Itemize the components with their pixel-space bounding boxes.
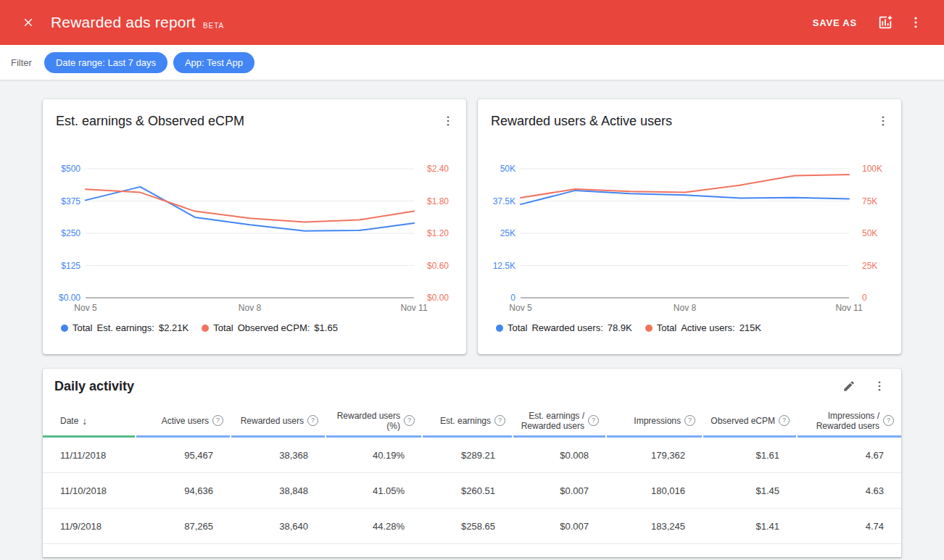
help-icon[interactable]: ? xyxy=(404,415,415,426)
left-axis-tick: 37.5K xyxy=(493,196,516,206)
app-bar: Rewarded ads report BETA SAVE AS xyxy=(0,0,944,45)
legend-item[interactable]: TotalActive users:215K xyxy=(645,322,761,333)
column-header[interactable]: Observed eCPM? xyxy=(703,404,797,438)
earnings-ecpm-chart: $500$2.40$375$1.80$250$1.20$125$0.60$0.0… xyxy=(43,143,466,319)
daily-activity-table: Date↓Active users?Rewarded users?Rewarde… xyxy=(43,404,901,557)
chart-title: Rewarded users & Active users xyxy=(491,114,874,129)
value-cell: $0.007 xyxy=(513,473,606,509)
column-label: Impressions xyxy=(634,416,681,426)
save-as-button[interactable]: SAVE AS xyxy=(813,17,857,28)
page-title: Rewarded ads report xyxy=(51,14,196,31)
filter-bar: Filter Date range: Last 7 daysApp: Test … xyxy=(0,45,944,80)
legend-item[interactable]: TotalEst. earnings:$2.21K xyxy=(61,322,189,333)
legend-dot-icon xyxy=(61,325,68,332)
help-icon[interactable]: ? xyxy=(588,415,599,426)
series-line-left xyxy=(86,187,414,231)
charts-row: Est. earnings & Observed eCPM $500$2.40$… xyxy=(43,99,901,354)
column-header[interactable]: Est. earnings / Rewarded users? xyxy=(513,404,606,438)
table-row: 11/9/201887,26538,64044.28%$258.65$0.007… xyxy=(43,509,901,544)
main-content: Est. earnings & Observed eCPM $500$2.40$… xyxy=(0,80,944,557)
value-cell: $1.61 xyxy=(703,438,797,473)
left-axis-tick: $0.00 xyxy=(59,293,80,303)
x-axis-tick: Nov 8 xyxy=(239,303,262,313)
filter-label: Filter xyxy=(11,57,32,68)
value-cell: 87,265 xyxy=(136,509,231,544)
card-menu-icon[interactable] xyxy=(870,377,889,396)
value-cell: 38,640 xyxy=(231,509,326,544)
right-axis-tick: $1.20 xyxy=(427,228,449,238)
column-header[interactable]: Impressions / Rewarded users? xyxy=(797,404,901,438)
legend-value: 78.9K xyxy=(608,322,632,333)
earnings-ecpm-card: Est. earnings & Observed eCPM $500$2.40$… xyxy=(43,99,466,354)
help-icon[interactable]: ? xyxy=(883,415,894,426)
legend-dot-icon xyxy=(645,325,653,332)
right-axis-tick: 25K xyxy=(862,261,877,271)
close-icon[interactable] xyxy=(19,13,38,32)
chart-canvas: $500$2.40$375$1.80$250$1.20$125$0.60$0.0… xyxy=(43,143,466,319)
column-header[interactable]: Impressions? xyxy=(606,404,703,438)
value-cell: 95,467 xyxy=(136,438,231,473)
add-chart-icon[interactable] xyxy=(876,13,895,32)
daily-activity-title: Daily activity xyxy=(54,379,828,394)
card-header: Est. earnings & Observed eCPM xyxy=(43,99,466,143)
table-row: 11/11/201895,46738,36840.19%$289.21$0.00… xyxy=(43,438,901,473)
filter-chip[interactable]: App: Test App xyxy=(173,52,254,73)
help-icon[interactable]: ? xyxy=(494,415,505,426)
legend-value: 215K xyxy=(740,322,761,333)
column-header[interactable]: Date↓ xyxy=(43,404,136,438)
legend-item[interactable]: TotalRewarded users:78.9K xyxy=(496,322,632,333)
column-label: Rewarded users (%) xyxy=(331,411,400,431)
column-header[interactable]: Est. earnings? xyxy=(422,404,513,438)
left-axis-tick: $250 xyxy=(61,228,80,238)
column-header[interactable]: Rewarded users? xyxy=(231,404,326,438)
legend-value: $2.21K xyxy=(159,322,189,333)
value-cell: 38,848 xyxy=(231,473,326,509)
help-icon[interactable]: ? xyxy=(307,415,318,426)
column-label: Est. earnings xyxy=(440,416,491,426)
card-menu-icon[interactable] xyxy=(874,112,893,130)
right-axis-tick: $0.60 xyxy=(427,261,449,271)
series-line-right xyxy=(86,189,414,222)
x-axis-tick: Nov 11 xyxy=(400,303,427,313)
legend-item[interactable]: TotalObserved eCPM:$1.65 xyxy=(202,322,338,333)
column-label: Est. earnings / Rewarded users xyxy=(515,411,584,431)
filter-chips: Date range: Last 7 daysApp: Test App xyxy=(44,52,254,73)
date-cell: 11/10/2018 xyxy=(43,473,136,509)
chart-legend: TotalEst. earnings:$2.21KTotalObserved e… xyxy=(43,322,466,333)
value-cell: 41.05% xyxy=(326,473,422,509)
legend-label: Observed eCPM: xyxy=(238,322,310,333)
rewarded-active-card: Rewarded users & Active users 50K100K37.… xyxy=(478,99,901,354)
legend-dot-icon xyxy=(496,325,503,332)
rewarded-active-chart: 50K100K37.5K75K25K50K12.5K25K00Nov 5Nov … xyxy=(478,143,901,319)
value-cell: $260.51 xyxy=(422,473,513,509)
help-icon[interactable]: ? xyxy=(779,415,790,426)
filter-chip[interactable]: Date range: Last 7 days xyxy=(44,52,167,73)
value-cell: $1.41 xyxy=(703,509,797,544)
legend-label: Rewarded users: xyxy=(531,322,603,333)
value-cell: 180,016 xyxy=(606,473,703,509)
column-label: Observed eCPM xyxy=(711,416,775,426)
help-icon[interactable]: ? xyxy=(212,415,223,426)
left-axis-tick: 25K xyxy=(500,228,516,238)
legend-prefix: Total xyxy=(213,322,233,333)
legend-value: $1.65 xyxy=(314,322,338,333)
legend-prefix: Total xyxy=(73,322,92,333)
chart-title: Est. earnings & Observed eCPM xyxy=(56,114,439,129)
left-axis-tick: 12.5K xyxy=(493,261,516,271)
value-cell xyxy=(43,544,901,558)
table-row-partial xyxy=(43,544,901,558)
column-header[interactable]: Rewarded users (%)? xyxy=(326,404,422,438)
column-header[interactable]: Active users? xyxy=(136,404,231,438)
value-cell: $0.007 xyxy=(513,509,606,544)
card-menu-icon[interactable] xyxy=(439,112,457,130)
help-icon[interactable]: ? xyxy=(684,415,695,426)
left-axis-tick: $125 xyxy=(61,261,80,271)
overflow-menu-icon[interactable] xyxy=(906,13,925,32)
x-axis-tick: Nov 5 xyxy=(74,303,97,313)
table-row: 11/10/201894,63638,84841.05%$260.51$0.00… xyxy=(43,473,901,509)
value-cell: 44.28% xyxy=(326,509,422,544)
edit-pencil-icon[interactable] xyxy=(840,377,858,396)
value-cell: 4.67 xyxy=(797,438,901,473)
left-axis-tick: $500 xyxy=(61,164,80,174)
sort-descending-icon[interactable]: ↓ xyxy=(82,416,87,426)
